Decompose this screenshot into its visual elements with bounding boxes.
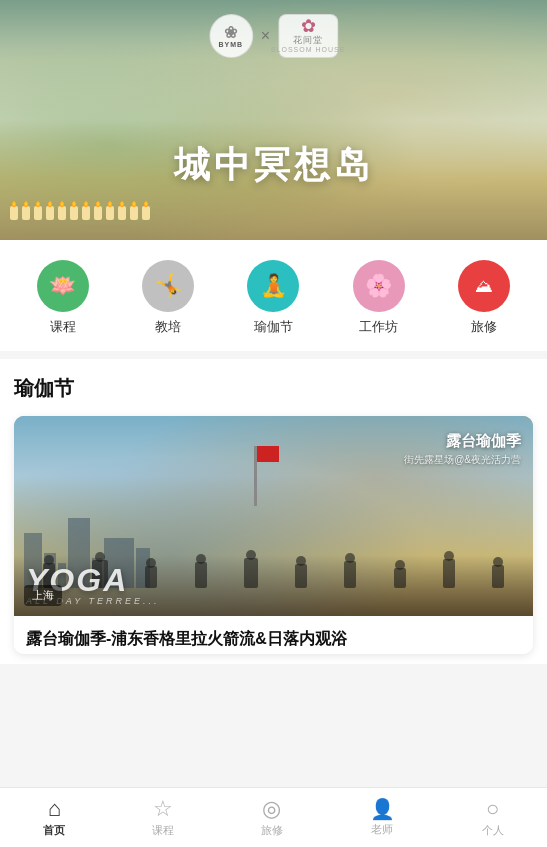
nav-teacher-label: 老师 — [371, 822, 393, 837]
nav-profile-label: 个人 — [482, 823, 504, 838]
nav-course[interactable]: ☆ 课程 — [142, 792, 184, 844]
cross-separator: × — [261, 27, 270, 45]
nav-profile[interactable]: ○ 个人 — [472, 792, 514, 844]
jiopei-icon: 🤸 — [142, 260, 194, 312]
course-icon: ☆ — [153, 798, 173, 820]
yoga-text-left: YOGA ALL DAY TERREE... — [14, 554, 533, 616]
yoga-right-title: 露台瑜伽季 — [404, 432, 521, 451]
category-gongzuofang[interactable]: 🌸 工作坊 — [353, 260, 405, 336]
nav-teacher[interactable]: 👤 老师 — [360, 793, 405, 843]
gongzuofang-label: 工作坊 — [359, 318, 398, 336]
kecheng-label: 课程 — [50, 318, 76, 336]
category-yogajie[interactable]: 🧘 瑜伽节 — [247, 260, 299, 336]
section-title: 瑜伽节 — [14, 375, 533, 402]
blossom-logo: ✿ 花间堂 BLOSSOM HOUSE — [278, 14, 338, 58]
travel-icon: ◎ — [262, 798, 281, 820]
yoga-text-right: 露台瑜伽季 街先露星场@&夜光活力营 — [404, 432, 521, 467]
flag-decoration — [254, 446, 257, 506]
blossom-text: 花间堂 BLOSSOM HOUSE — [271, 35, 345, 54]
category-jiopei[interactable]: 🤸 教培 — [142, 260, 194, 336]
gongzuofang-icon: 🌸 — [353, 260, 405, 312]
category-navigation: 🪷 课程 🤸 教培 🧘 瑜伽节 🌸 工作坊 ⛰ 旅修 — [0, 240, 547, 351]
yogajie-label: 瑜伽节 — [254, 318, 293, 336]
home-icon: ⌂ — [48, 798, 61, 820]
yoga-card-title: 露台瑜伽季-浦东香格里拉火箭流&日落内观浴 — [26, 628, 521, 650]
nav-travel[interactable]: ◎ 旅修 — [251, 792, 293, 844]
yoga-festival-section: 瑜伽节 — [0, 359, 547, 664]
category-lvxiu[interactable]: ⛰ 旅修 — [458, 260, 510, 336]
lvxiu-icon: ⛰ — [458, 260, 510, 312]
lvxiu-label: 旅修 — [471, 318, 497, 336]
nav-home[interactable]: ⌂ 首页 — [33, 792, 75, 844]
hero-logos: ❀ BYMB × ✿ 花间堂 BLOSSOM HOUSE — [209, 14, 338, 58]
profile-icon: ○ — [486, 798, 499, 820]
hero-banner: ❀ BYMB × ✿ 花间堂 BLOSSOM HOUSE 城中冥想岛 — [0, 0, 547, 240]
nav-travel-label: 旅修 — [261, 823, 283, 838]
yoga-city-badge: 上海 — [24, 585, 62, 606]
yoga-festival-card[interactable]: YOGA ALL DAY TERREE... 露台瑜伽季 街先露星场@&夜光活力… — [14, 416, 533, 654]
category-kecheng[interactable]: 🪷 课程 — [37, 260, 89, 336]
nav-home-label: 首页 — [43, 823, 65, 838]
kecheng-icon: 🪷 — [37, 260, 89, 312]
yoga-card-image: YOGA ALL DAY TERREE... 露台瑜伽季 街先露星场@&夜光活力… — [14, 416, 533, 616]
bottom-navigation: ⌂ 首页 ☆ 课程 ◎ 旅修 👤 老师 ○ 个人 — [0, 787, 547, 847]
jiopei-label: 教培 — [155, 318, 181, 336]
lotus-icon: ❀ — [224, 25, 238, 41]
yoga-right-sub: 街先露星场@&夜光活力营 — [404, 453, 521, 467]
nav-course-label: 课程 — [152, 823, 174, 838]
teacher-icon: 👤 — [370, 799, 395, 819]
flower-icon: ✿ — [301, 17, 316, 35]
yoga-big-text: YOGA — [26, 564, 521, 596]
yogajie-icon: 🧘 — [247, 260, 299, 312]
hero-title: 城中冥想岛 — [0, 141, 547, 190]
bymb-logo: ❀ BYMB — [209, 14, 253, 58]
yoga-card-info: 露台瑜伽季-浦东香格里拉火箭流&日落内观浴 — [14, 616, 533, 654]
yoga-sub-text: ALL DAY TERREE... — [26, 596, 521, 606]
